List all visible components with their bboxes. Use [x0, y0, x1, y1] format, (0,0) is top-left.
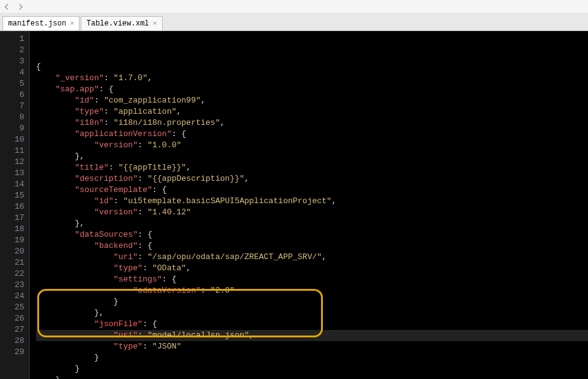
arrow-right-icon	[16, 2, 25, 11]
line-number: 8	[0, 112, 24, 123]
tab-label: manifest.json	[8, 19, 66, 28]
toolbar	[0, 0, 588, 14]
line-number: 7	[0, 101, 24, 112]
code-line[interactable]: "applicationVersion": {	[36, 129, 588, 140]
arrow-left-icon	[2, 2, 11, 11]
line-number: 17	[0, 212, 24, 224]
line-number: 14	[0, 179, 24, 190]
code-line[interactable]: "id": "com_zapplication99",	[36, 95, 588, 106]
code-line[interactable]: }	[36, 363, 588, 375]
code-line[interactable]: "description": "{{appDescription}}",	[36, 173, 588, 185]
code-line[interactable]: "uri": "/sap/opu/odata/sap/ZREACT_APP_SR…	[36, 252, 588, 263]
line-number: 20	[0, 246, 24, 257]
code-line[interactable]: "settings": {	[36, 274, 588, 285]
line-number: 19	[0, 235, 24, 246]
line-number: 5	[0, 78, 24, 89]
code-line[interactable]: "i18n": "i18n/i18n.properties",	[36, 117, 588, 129]
code-line[interactable]: {	[36, 62, 588, 73]
line-number: 15	[0, 190, 24, 201]
line-number: 13	[0, 168, 24, 179]
code-line[interactable]: "sourceTemplate": {	[36, 185, 588, 196]
tab-label: Table.view.xml	[86, 19, 149, 28]
close-icon[interactable]: ×	[70, 20, 75, 27]
tab-table-view-xml[interactable]: Table.view.xml×	[81, 16, 162, 30]
line-number: 23	[0, 280, 24, 291]
code-line[interactable]: "backend": {	[36, 240, 588, 252]
code-line[interactable]: }	[36, 352, 588, 363]
line-number: 21	[0, 257, 24, 268]
forward-button[interactable]	[16, 2, 25, 11]
line-number: 2	[0, 45, 24, 56]
line-number: 16	[0, 201, 24, 212]
line-number-gutter: 1234567891011121314151617181920212223242…	[0, 31, 30, 379]
code-line[interactable]: "title": "{{appTitle}}",	[36, 162, 588, 173]
line-number: 6	[0, 89, 24, 101]
line-number: 18	[0, 224, 24, 235]
line-number: 4	[0, 67, 24, 78]
line-number: 28	[0, 336, 24, 347]
code-line[interactable]: },	[36, 375, 588, 379]
code-line[interactable]: },	[36, 218, 588, 229]
code-line[interactable]: "id": "ui5template.basicSAPUI5Applicatio…	[36, 196, 588, 207]
code-line[interactable]: },	[36, 308, 588, 319]
code-line[interactable]: "dataSources": {	[36, 229, 588, 240]
code-line[interactable]: "uri": "model/localJsn.json",	[36, 330, 588, 341]
line-number: 26	[0, 313, 24, 324]
line-number: 10	[0, 134, 24, 145]
code-line[interactable]: },	[36, 151, 588, 162]
line-number: 27	[0, 324, 24, 336]
code-line[interactable]: "type": "OData",	[36, 263, 588, 274]
line-number: 11	[0, 145, 24, 157]
tab-manifest-json[interactable]: manifest.json×	[2, 16, 79, 30]
code-line[interactable]: }	[36, 296, 588, 308]
code-line[interactable]: "_version": "1.7.0",	[36, 73, 588, 84]
tab-bar: manifest.json×Table.view.xml×	[0, 14, 588, 31]
code-line[interactable]: "jsonFile": {	[36, 319, 588, 330]
line-number: 3	[0, 56, 24, 67]
code-line[interactable]: "odataVersion": "2.0"	[36, 285, 588, 296]
code-editor[interactable]: 1234567891011121314151617181920212223242…	[0, 31, 588, 379]
line-number: 9	[0, 123, 24, 134]
line-number: 24	[0, 291, 24, 302]
code-line[interactable]: "type": "application",	[36, 106, 588, 117]
line-number: 12	[0, 157, 24, 168]
close-icon[interactable]: ×	[153, 20, 157, 27]
code-line[interactable]: "sap.app": {	[36, 84, 588, 95]
back-button[interactable]	[2, 2, 11, 11]
line-number: 25	[0, 302, 24, 313]
line-number: 1	[0, 34, 24, 45]
code-line[interactable]: "type": "JSON"	[36, 341, 588, 352]
code-line[interactable]: "version": "1.0.0"	[36, 140, 588, 151]
line-number: 22	[0, 268, 24, 280]
code-area[interactable]: { "_version": "1.7.0", "sap.app": { "id"…	[30, 31, 588, 379]
code-line[interactable]: "version": "1.40.12"	[36, 207, 588, 218]
line-number: 29	[0, 347, 24, 358]
